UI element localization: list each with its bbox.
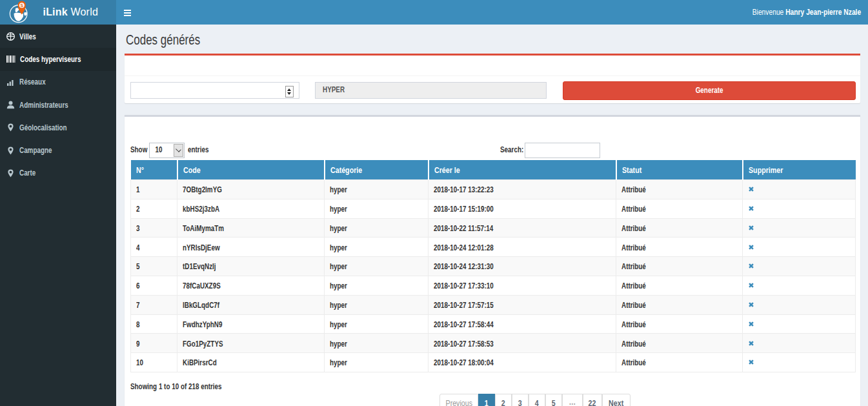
svg-text:S: S xyxy=(21,3,24,8)
